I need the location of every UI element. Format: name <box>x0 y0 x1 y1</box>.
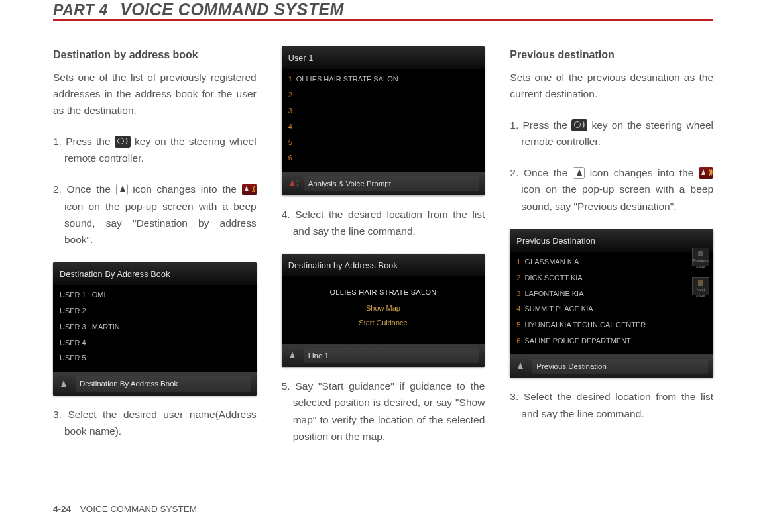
shot-body: 1GLASSMAN KIA 2DICK SCOTT KIA 3LAFONTAIN… <box>510 252 713 354</box>
row-num: 5 <box>516 321 520 329</box>
step2-text-c: icon on the pop-up screen with a beep so… <box>521 184 713 211</box>
shot-footer-text: Destination By Address Book <box>76 376 251 392</box>
row-num: 2 <box>516 274 520 282</box>
shot-footer-text: Analysis & Voice Prompt <box>304 176 480 191</box>
shot-row: USER 4 <box>60 335 250 351</box>
row-num: 3 <box>288 107 292 115</box>
shot-row: USER 3:MARTIN <box>60 319 250 335</box>
step2-text-b: icon changes into the <box>133 184 237 195</box>
shot-body: USER 1:OMI USER 2 USER 3:MARTIN USER 4 U… <box>53 285 257 372</box>
shot-footer: Line 1 <box>282 344 485 368</box>
selected-location: OLLIES HAIR STRATE SALON <box>288 287 479 299</box>
shot-row: 2 <box>288 87 479 103</box>
row-num: 6 <box>516 337 520 345</box>
step1-text-a: 1. Press the <box>53 136 111 147</box>
voice-active-icon <box>699 167 713 179</box>
screenshot-address-book-users: Destination By Address Book USER 1:OMI U… <box>53 262 257 396</box>
shot-row: 4SUMMIT PLACE KIA <box>516 301 689 317</box>
shot-footer: Destination By Address Book <box>53 372 257 396</box>
section-title-address-book: Destination by address book <box>53 46 257 64</box>
row-text: LAFONTAINE KIA <box>524 290 583 297</box>
part-title: VOICE COMMAND SYSTEM <box>120 0 344 19</box>
shot-header: Destination By Address Book <box>53 262 257 285</box>
column-2: User 1 1OLLIES HAIR STRATE SALON 2 3 4 5… <box>282 46 485 459</box>
option-show-map: Show Map <box>288 303 479 315</box>
step-3: 3. Select the desired user name(Address … <box>53 406 257 439</box>
side-thumbnails: Previous page Next page <box>692 248 711 306</box>
shot-header: Destination by Address Book <box>282 254 485 276</box>
row-text: GLASSMAN KIA <box>524 258 579 266</box>
row-text: OLLIES HAIR STRATE SALON <box>296 75 398 83</box>
step2-text-a: 2. Once the <box>510 167 567 178</box>
step-1: 1. Press the key on the steering wheel r… <box>510 117 713 150</box>
shot-row: 5 <box>288 135 479 151</box>
shot-footer: Analysis & Voice Prompt <box>282 172 485 195</box>
option-start-guidance: Start Guidance <box>288 317 479 329</box>
part-label: PART 4 <box>53 1 108 19</box>
shot-body: 1OLLIES HAIR STRATE SALON 2 3 4 5 6 <box>282 69 485 172</box>
screenshot-previous-destination: Previous Destination 1GLASSMAN KIA 2DICK… <box>510 229 713 378</box>
footer-label: VOICE COMMAND SYSTEM <box>80 504 197 514</box>
row-num: 4 <box>516 305 520 313</box>
shot-footer-text: Previous Destination <box>532 359 708 374</box>
voice-active-icon <box>242 184 257 195</box>
shot-header: User 1 <box>282 46 485 69</box>
row-num: 1 <box>288 75 292 83</box>
mic-icon <box>515 362 526 371</box>
row-text: SUMMIT PLACE KIA <box>524 305 593 313</box>
shot-row: 6 <box>288 150 479 166</box>
column-1: Destination by address book Sets one of … <box>53 46 257 459</box>
intro-previous-destination: Sets one of the previous destination as … <box>510 69 713 102</box>
shot-row: 1GLASSMAN KIA <box>516 254 689 270</box>
screenshot-destination-options: Destination by Address Book OLLIES HAIR … <box>282 254 485 367</box>
step-2: 2. Once the icon changes into the icon o… <box>53 181 257 247</box>
page-footer: 4-24 VOICE COMMAND SYSTEM <box>53 504 197 514</box>
shot-footer-text: Line 1 <box>304 348 480 364</box>
step-3: 3. Select the desired location from the … <box>510 388 713 421</box>
user-label: USER 5 <box>60 354 86 362</box>
content-columns: Destination by address book Sets one of … <box>53 46 713 459</box>
user-value: MARTIN <box>92 323 120 331</box>
mic-active-icon <box>287 179 298 188</box>
previous-page-thumb: Previous page <box>692 248 709 266</box>
shot-row: 5HYUNDAI KIA TECHNICAL CENTER <box>516 317 689 333</box>
shot-row: 3LAFONTAINE KIA <box>516 286 689 302</box>
shot-row: USER 5 <box>60 350 250 366</box>
row-text: HYUNDAI KIA TECHNICAL CENTER <box>524 321 646 329</box>
row-num: 4 <box>288 123 292 131</box>
row-num: 2 <box>288 91 292 99</box>
step1-text-a: 1. Press the <box>510 119 567 131</box>
voice-idle-icon <box>573 167 585 179</box>
step-2: 2. Once the icon changes into the icon o… <box>510 164 713 214</box>
shot-row: 1OLLIES HAIR STRATE SALON <box>288 72 479 87</box>
step2-text-b: icon changes into the <box>590 167 694 178</box>
intro-address-book: Sets one of the list of previously regis… <box>53 69 257 119</box>
user-label: USER 3 <box>60 323 86 331</box>
voice-key-icon <box>571 119 587 131</box>
shot-row: USER 1:OMI <box>60 288 250 303</box>
row-text: DICK SCOTT KIA <box>524 274 582 282</box>
row-num: 6 <box>288 154 292 162</box>
user-label: USER 1 <box>60 291 86 299</box>
page-header: PART 4 VOICE COMMAND SYSTEM <box>53 0 713 21</box>
shot-body: OLLIES HAIR STRATE SALON Show Map Start … <box>282 276 485 343</box>
user-label: USER 4 <box>60 339 86 346</box>
voice-key-icon <box>115 136 131 148</box>
shot-row: 6SALINE POLICE DEPARTMENT <box>516 333 689 349</box>
shot-row: 2DICK SCOTT KIA <box>516 270 689 286</box>
shot-row: 4 <box>288 119 479 135</box>
section-title-previous-destination: Previous destination <box>510 46 713 64</box>
user-value: OMI <box>92 291 106 299</box>
mic-icon <box>287 351 298 360</box>
screenshot-user1-list: User 1 1OLLIES HAIR STRATE SALON 2 3 4 5… <box>282 46 485 195</box>
step-4: 4. Select the desired location from the … <box>282 206 485 239</box>
user-label: USER 2 <box>60 307 86 315</box>
voice-idle-icon <box>116 184 128 195</box>
shot-row: 3 <box>288 103 479 119</box>
row-num: 1 <box>516 258 520 266</box>
row-num: 5 <box>288 138 292 146</box>
column-3: Previous destination Sets one of the pre… <box>510 46 713 459</box>
row-num: 3 <box>516 290 520 297</box>
shot-footer: Previous Destination <box>510 354 713 378</box>
next-page-thumb: Next page <box>692 277 709 295</box>
